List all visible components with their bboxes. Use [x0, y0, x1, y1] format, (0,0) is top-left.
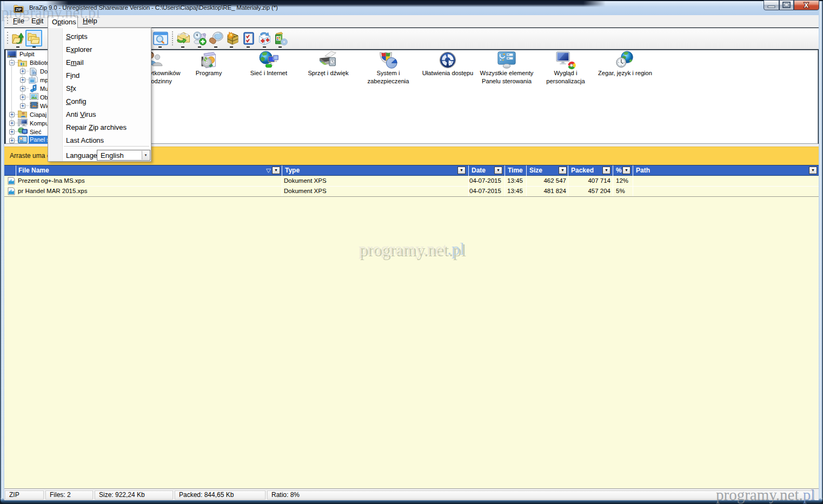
svg-text:X: X: [804, 2, 808, 9]
